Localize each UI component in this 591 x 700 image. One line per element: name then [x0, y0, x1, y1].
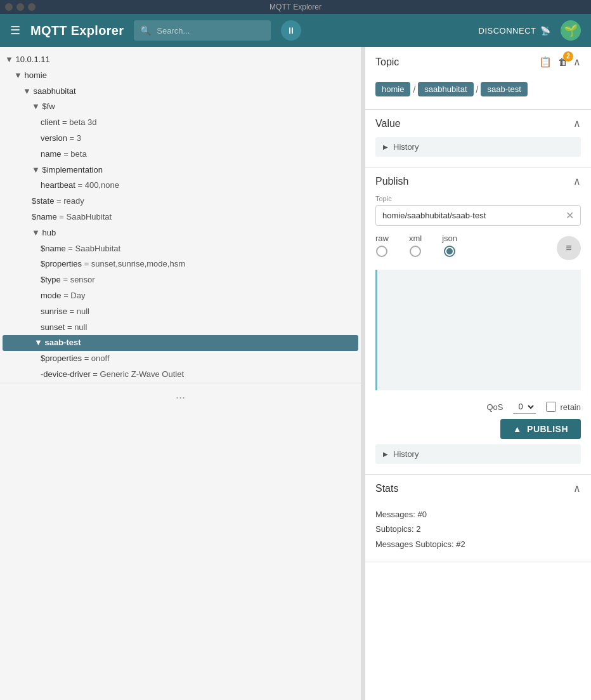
- stats-subtopics: Subtopics: 2: [375, 522, 581, 536]
- tree-node-label: $properties: [41, 353, 82, 363]
- tree-node-value: = beta 3d: [60, 117, 96, 127]
- minimize-button[interactable]: [16, 3, 24, 11]
- publish-history-label: History: [393, 449, 419, 459]
- publish-topic-clear-button[interactable]: ✕: [566, 209, 574, 221]
- format-json-option[interactable]: json: [442, 234, 457, 257]
- close-button[interactable]: [5, 3, 13, 11]
- publish-textarea[interactable]: [375, 270, 581, 390]
- tree-node[interactable]: client = beta 3d: [0, 115, 361, 131]
- breadcrumb-item-saab-test[interactable]: saab-test: [481, 82, 527, 96]
- tree-node[interactable]: ▼ $fw: [0, 99, 361, 115]
- tree-node[interactable]: $properties = sunset,sunrise,mode,hsm: [0, 256, 361, 272]
- tree-footer[interactable]: ...: [0, 383, 361, 407]
- topic-actions: 📋 🗑 2 ∧: [538, 55, 581, 69]
- tree-node[interactable]: -device-driver = Generic Z-Wave Outlet: [0, 367, 361, 383]
- tree-node[interactable]: sunrise = null: [0, 304, 361, 320]
- tree-node-value: = beta: [62, 149, 87, 159]
- pause-icon: ⏸: [287, 25, 296, 36]
- breadcrumb-item-saabhubitat[interactable]: saabhubitat: [418, 82, 473, 96]
- delete-topic-button[interactable]: 🗑 2: [557, 55, 569, 69]
- retain-label[interactable]: retain: [546, 402, 581, 412]
- format-xml-radio[interactable]: [410, 246, 421, 257]
- tree-node[interactable]: $properties = onoff: [0, 351, 361, 367]
- topic-section-header[interactable]: Topic 📋 🗑 2 ∧: [365, 47, 591, 77]
- tree-node-label: 10.0.1.11: [15, 55, 49, 64]
- tree-node-label: saab-test: [44, 338, 81, 347]
- tree-node[interactable]: name = beta: [0, 147, 361, 162]
- format-json-radio[interactable]: [444, 246, 455, 257]
- value-section: Value ∧ ▶ History: [365, 110, 591, 168]
- breadcrumb-separator-2: /: [476, 84, 479, 95]
- tree-node-value: = 400,none: [75, 180, 119, 190]
- publish-button[interactable]: ▲ PUBLISH: [500, 419, 581, 439]
- tree-collapse-icon: ▼: [5, 55, 15, 64]
- topic-section-title: Topic: [375, 56, 399, 68]
- menu-button[interactable]: ☰: [10, 23, 20, 37]
- breadcrumb-separator-1: /: [413, 84, 415, 95]
- publish-history-arrow-icon: ▶: [383, 451, 388, 458]
- disconnect-button[interactable]: DISCONNECT 📡: [479, 26, 550, 36]
- tree-node[interactable]: ▼ hub: [0, 225, 361, 241]
- value-section-header[interactable]: Value ∧: [365, 110, 591, 137]
- tree-node[interactable]: ▼ saabhubitat: [0, 84, 361, 100]
- format-xml-option[interactable]: xml: [409, 234, 422, 257]
- publish-section-header[interactable]: Publish ∧: [365, 168, 591, 195]
- tree-node-label: -device-driver: [41, 369, 91, 379]
- avatar-icon: 🌱: [564, 23, 578, 37]
- qos-select[interactable]: 0 1 2: [513, 400, 536, 414]
- tree-node[interactable]: mode = Day: [0, 288, 361, 304]
- tree-node[interactable]: sunset = null: [0, 320, 361, 336]
- breadcrumb-item-homie[interactable]: homie: [375, 82, 410, 96]
- tree-node-label: sunrise: [41, 307, 67, 316]
- publish-topic-input[interactable]: [382, 211, 566, 220]
- tree-node-value: = 3: [67, 133, 81, 143]
- publish-topic-input-wrap: ✕: [375, 205, 581, 226]
- format-xml-label: xml: [409, 234, 422, 243]
- maximize-button[interactable]: [28, 3, 36, 11]
- app-logo: MQTT Explorer: [30, 23, 124, 38]
- tree-node[interactable]: $name = SaabHubitat: [0, 209, 361, 225]
- tree-node[interactable]: ▼ homie: [0, 68, 361, 84]
- format-raw-option[interactable]: raw: [375, 234, 389, 257]
- tree-node[interactable]: ▼ $implementation: [0, 162, 361, 178]
- delete-badge: 2: [563, 51, 573, 62]
- tree-node[interactable]: ▼ 10.0.1.11: [0, 52, 361, 68]
- tree-node[interactable]: ▼ saab-test: [3, 335, 358, 351]
- tree-node[interactable]: $name = SaabHubitat: [0, 241, 361, 257]
- tree-node-label: heartbeat: [41, 180, 75, 190]
- value-history-row[interactable]: ▶ History: [375, 137, 581, 157]
- tree-node[interactable]: $state = ready: [0, 194, 361, 209]
- tree-node[interactable]: version = 3: [0, 131, 361, 147]
- tree-node-label: homie: [24, 70, 46, 80]
- stats-section-header[interactable]: Stats ∧: [365, 475, 591, 502]
- tree-node-value: = Generic Z-Wave Outlet: [91, 369, 184, 379]
- tree-node-label: mode: [41, 291, 62, 300]
- format-radio-group: raw xml json: [375, 234, 457, 257]
- pause-button[interactable]: ⏸: [281, 20, 301, 41]
- tree-node-label: $implementation: [42, 165, 102, 175]
- hamburger-icon: ☰: [10, 24, 20, 37]
- search-wrapper: 🔍: [134, 20, 271, 41]
- tree-node-label: client: [41, 117, 60, 127]
- window-title: MQTT Explorer: [270, 3, 321, 11]
- tree-container: ▼ 10.0.1.11▼ homie▼ saabhubitat▼ $fwclie…: [0, 52, 361, 383]
- tree-node[interactable]: heartbeat = 400,none: [0, 178, 361, 194]
- tree-node[interactable]: $type = sensor: [0, 272, 361, 288]
- avatar[interactable]: 🌱: [561, 20, 581, 41]
- topic-chevron-icon: ∧: [573, 56, 581, 68]
- radio-row: raw xml json: [375, 234, 581, 262]
- retain-checkbox[interactable]: [546, 402, 556, 412]
- format-align-button[interactable]: ≡: [557, 236, 581, 260]
- stats-messages-subtopics: Messages Subtopics: #2: [375, 537, 581, 551]
- wifi-off-icon: 📡: [540, 26, 551, 36]
- search-input[interactable]: [134, 20, 271, 41]
- tree-collapse-icon: ▼: [32, 102, 42, 111]
- format-raw-radio[interactable]: [376, 246, 387, 257]
- tree-node-label: $properties: [41, 259, 82, 268]
- traffic-lights: [5, 3, 36, 11]
- tree-node-label: $name: [32, 212, 57, 221]
- publish-icon: ▲: [513, 424, 522, 434]
- copy-topic-button[interactable]: 📋: [538, 55, 553, 69]
- publish-history-row[interactable]: ▶ History: [375, 444, 581, 464]
- stats-messages: Messages: #0: [375, 507, 581, 522]
